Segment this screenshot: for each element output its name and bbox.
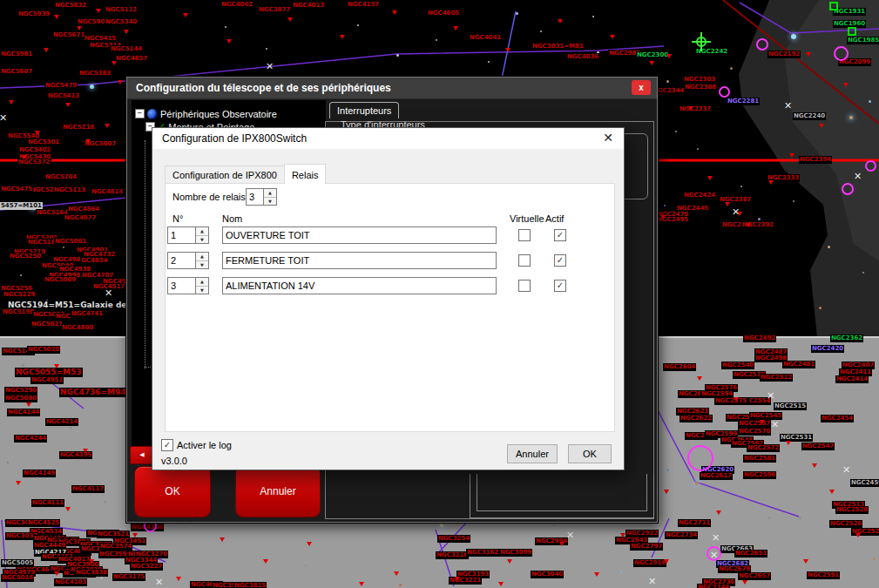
relay-count-spin-buttons[interactable]: ▲▼ — [263, 189, 276, 205]
relay-active-checkbox[interactable]: ✓ — [554, 229, 566, 241]
ngc-label: NGC3221 — [449, 577, 482, 585]
relay-number-spinner[interactable]: 1▲▼ — [167, 226, 209, 244]
nav-left-button[interactable]: ◀ — [130, 446, 154, 464]
galaxy-marker-icon — [77, 26, 82, 30]
ipx800-dialog-titlebar[interactable]: Configuration de IPX800Switch — [152, 128, 624, 149]
relay-number-spin-buttons[interactable]: ▲▼ — [195, 227, 208, 243]
tree-expand-icon[interactable]: − — [135, 109, 145, 118]
tab-interrupteurs[interactable]: Interrupteurs — [329, 102, 399, 118]
ngc-label: NGC5475 — [0, 186, 33, 193]
ngc-label: NGC4144 — [7, 409, 40, 416]
tree-connector-vertical — [145, 140, 146, 368]
relay-count-spinner[interactable]: 3 ▲▼ — [246, 188, 277, 206]
spin-up-icon[interactable]: ▲ — [196, 278, 208, 286]
spin-down-icon[interactable]: ▼ — [196, 235, 208, 244]
ngc-label: NGC2515 — [774, 402, 807, 410]
spin-down-icon[interactable]: ▼ — [196, 260, 208, 269]
deepsky-circle-marker — [842, 183, 854, 195]
relay-virtual-checkbox[interactable] — [518, 229, 531, 241]
ngc-label: NGC4157 — [347, 1, 380, 9]
relay-name-input[interactable] — [222, 226, 497, 244]
spin-up-icon[interactable]: ▲ — [196, 253, 208, 260]
spin-down-icon[interactable]: ▼ — [264, 197, 276, 206]
spin-up-icon[interactable]: ▲ — [264, 189, 276, 197]
tree-item-label: Périphériques Observatoire — [160, 109, 277, 119]
ngc-label: NGC5080 — [4, 395, 37, 402]
galaxy-marker-icon — [96, 9, 101, 13]
star — [70, 427, 71, 429]
ngc-label: NGC2711 — [678, 519, 711, 527]
relay-number-spinner[interactable]: 2▲▼ — [167, 252, 209, 269]
cancel-button-telescope[interactable]: Annuler — [235, 466, 321, 517]
ngc-label: NGC5413 — [47, 92, 80, 100]
star — [553, 524, 555, 526]
telescope-dialog-titlebar[interactable]: Configuration du télescope et de ses pér… — [127, 78, 657, 99]
star — [475, 533, 477, 535]
star — [183, 526, 186, 529]
ngc-label: NGC5372 — [17, 159, 51, 166]
star — [730, 67, 733, 70]
galaxy-marker-icon — [176, 577, 181, 581]
galaxy-marker-icon — [287, 17, 293, 22]
telescope-dialog-title: Configuration du télescope et de ses pér… — [136, 82, 391, 94]
relay-virtual-checkbox[interactable] — [518, 280, 531, 292]
ngc-label: NGC4214 — [45, 418, 78, 426]
ngc-label: NGC2604 — [663, 363, 696, 371]
ngc-label: NGC3877 — [258, 6, 291, 14]
ngc-label: GC4834 — [80, 257, 108, 265]
ngc-label: NGC2394 — [799, 156, 832, 164]
ngc-label: NGC3574 — [99, 543, 132, 551]
relay-number-spinner[interactable]: 3▲▼ — [167, 277, 209, 294]
ngc-label: NGC2454 — [821, 415, 854, 422]
ngc-label: NGC5383 — [78, 70, 112, 78]
ngc-label: NGC2651 — [734, 550, 767, 558]
enable-log-checkbox[interactable]: ✓ — [161, 439, 173, 451]
relay-active-checkbox[interactable]: ✓ — [554, 280, 566, 292]
galaxy-marker-icon — [594, 572, 599, 577]
star — [100, 577, 103, 579]
spin-down-icon[interactable]: ▼ — [196, 286, 208, 294]
star — [90, 84, 94, 89]
relay-virtual-checkbox[interactable] — [518, 254, 531, 267]
galaxy-marker-icon — [263, 559, 268, 564]
ngc-label: NGC2512 — [760, 374, 793, 382]
relay-name-input[interactable] — [222, 252, 497, 269]
ngc-label: NGC2414 — [835, 375, 869, 383]
galaxy-marker-icon — [558, 19, 563, 24]
galaxy-marker-icon — [664, 490, 669, 494]
relay-number-value: 3 — [168, 278, 195, 294]
galaxy-marker-icon — [768, 180, 774, 185]
galaxy-marker-icon — [664, 559, 669, 564]
relay-number-spin-buttons[interactable]: ▲▼ — [195, 253, 208, 268]
galaxy-marker-icon — [855, 533, 861, 537]
cancel-button-ipx800[interactable]: Annuler — [507, 444, 558, 463]
ngc-label: NGC5832 — [54, 2, 87, 10]
ok-button-ipx800[interactable]: OK — [568, 444, 612, 463]
star — [516, 12, 518, 15]
relay-name-input[interactable] — [222, 277, 497, 294]
galaxy-marker-icon — [812, 463, 817, 468]
star — [20, 274, 22, 276]
deepsky-circle-marker — [756, 38, 768, 51]
ngc-label: NGC5981 — [0, 51, 33, 58]
relay-number-spin-buttons[interactable]: ▲▼ — [195, 278, 208, 294]
star — [758, 218, 761, 220]
relay-active-checkbox[interactable]: ✓ — [554, 254, 566, 267]
ngc-label: NGC2481 — [782, 361, 815, 368]
galaxy-marker-icon — [9, 100, 14, 105]
galaxy-marker-icon — [307, 542, 312, 546]
galaxy-marker-icon — [716, 510, 721, 515]
tab-configuration-de-ipx800[interactable]: Configuration de IPX800 — [165, 166, 285, 184]
galaxy-marker-icon — [132, 533, 138, 537]
spin-up-icon[interactable]: ▲ — [196, 227, 208, 235]
galaxy-marker-icon — [65, 507, 71, 511]
tree-item-peripheriques[interactable]: −Périphériques Observatoire — [135, 105, 277, 118]
ipx800-dialog-close-button[interactable]: ✕ — [603, 131, 613, 145]
enable-log-label: Activer le log — [177, 440, 232, 450]
ok-button-telescope[interactable]: OK — [134, 466, 211, 517]
ngc-label: NGC2531 — [780, 434, 813, 442]
tab-relais[interactable]: Relais — [284, 164, 327, 184]
ngc-label: NGC2622 — [680, 415, 713, 422]
globe-icon — [147, 109, 158, 119]
telescope-dialog-close-button[interactable]: x — [632, 80, 651, 95]
